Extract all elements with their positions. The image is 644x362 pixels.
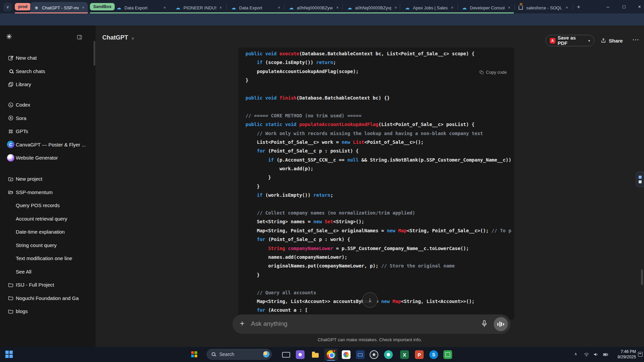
- tab-close-icon[interactable]: ×: [449, 5, 455, 10]
- new-tab-button[interactable]: +: [574, 3, 583, 11]
- taskbar-purple-app-icon[interactable]: [293, 349, 307, 361]
- code-line: public void execute(Database.BatchableCo…: [246, 49, 511, 58]
- sidebar-item-website-generator[interactable]: Website Generator: [3, 152, 92, 164]
- taskbar-search[interactable]: Search: [207, 349, 272, 360]
- colorful-grid-icon[interactable]: [191, 351, 197, 357]
- mic-icon[interactable]: [481, 320, 488, 329]
- attach-plus-icon[interactable]: +: [238, 319, 246, 328]
- sidebar-folder-item[interactable]: ISIJ - Full Project: [3, 279, 92, 291]
- taskbar-photos-icon[interactable]: [339, 349, 353, 361]
- sidebar-chat-item[interactable]: Account retrieval query: [3, 213, 92, 225]
- taskbar-teal-cam-icon[interactable]: [382, 349, 395, 361]
- browser-tab[interactable]: ☁Data Export×: [227, 2, 284, 13]
- code-line: for (Point_of_Sale__c p : posList) {: [246, 146, 511, 155]
- main-scrollbar[interactable]: [641, 269, 643, 285]
- action-center-icon[interactable]: [638, 352, 643, 357]
- sidebar-item-new-chat[interactable]: New chat: [3, 52, 92, 64]
- sidebar-chat-item[interactable]: Date-time explanation: [3, 226, 92, 238]
- taskbar-obs-icon[interactable]: [367, 349, 381, 361]
- copy-icon: [479, 70, 484, 75]
- share-button[interactable]: Share: [600, 35, 623, 46]
- sidebar-folder-item[interactable]: Noguchi Foundation and Ga: [3, 292, 92, 304]
- sidebar-item-label: ISIJ - Full Project: [16, 282, 92, 288]
- start-button-icon[interactable]: [5, 351, 13, 358]
- browser-tab[interactable]: ☁Developer Console×: [458, 2, 514, 13]
- browser-tab[interactable]: ✳ChatGPT - SSP-mo×: [30, 2, 88, 13]
- sidebar-item-label: Noguchi Foundation and Ga: [16, 295, 92, 301]
- sidebar-chat-item[interactable]: Query POS records: [3, 199, 92, 212]
- tray-chevron-up-icon[interactable]: ∧: [574, 352, 577, 356]
- window-minimize-button[interactable]: –: [600, 0, 615, 13]
- taskbar-chrome-icon[interactable]: [324, 349, 338, 361]
- code-line: [246, 102, 511, 111]
- sidebar-item-library[interactable]: Library: [3, 78, 92, 90]
- browser-tab[interactable]: ☁a0hNq00000BZyvp×: [343, 2, 400, 13]
- tab-close-icon[interactable]: ×: [506, 5, 512, 10]
- tab-group-sandbox[interactable]: SandBox: [90, 3, 115, 10]
- page-title[interactable]: ChatGPT: [102, 34, 128, 41]
- tab-close-icon[interactable]: ×: [564, 5, 570, 10]
- search-highlight-thumbnail[interactable]: [263, 351, 270, 358]
- save-as-pdf-button[interactable]: A Save as PDF ▾: [545, 35, 594, 46]
- sidebar-item-sora[interactable]: Sora: [3, 112, 92, 124]
- battery-icon[interactable]: [602, 352, 609, 359]
- sidebar-collapse-icon[interactable]: [76, 34, 83, 42]
- tab-close-icon[interactable]: ×: [162, 5, 167, 10]
- tab-group-prod[interactable]: prod: [15, 3, 31, 10]
- chatgpt-main: ChatGPT ∨ A Save as PDF ▾ Share ⋯ public…: [96, 25, 644, 347]
- sidebar-item-gpts[interactable]: GPTs: [3, 125, 92, 137]
- sidebar-item-codex[interactable]: Codex: [3, 99, 92, 111]
- sidebar-chat-item[interactable]: See All: [3, 265, 92, 278]
- sidebar-chat-item[interactable]: String count query: [3, 239, 92, 251]
- edge-floating-widget[interactable]: [636, 172, 644, 187]
- windows-taskbar: Search XPS ∧ 7:46 PM 8/29/2025: [0, 347, 644, 362]
- volume-icon[interactable]: [593, 352, 599, 359]
- disclaimer-text: ChatGPT can make mistakes. Check importa…: [96, 337, 644, 342]
- tab-close-icon[interactable]: ×: [80, 5, 86, 10]
- wifi-icon[interactable]: [584, 352, 589, 359]
- taskbar-clock[interactable]: 7:46 PM 8/29/2025: [618, 349, 636, 360]
- composer[interactable]: + Ask anything: [232, 314, 511, 334]
- browser-tab[interactable]: ☁Data Export×: [113, 2, 169, 13]
- taskbar-monitor-icon[interactable]: [279, 349, 293, 361]
- scroll-to-bottom-button[interactable]: ↓: [362, 292, 378, 308]
- taskbar-mail-blue-icon[interactable]: [354, 349, 367, 361]
- conversation-menu-icon[interactable]: ⋯: [632, 36, 639, 44]
- tab-close-icon[interactable]: ×: [335, 5, 340, 10]
- sidebar-scrollbar[interactable]: [94, 41, 95, 66]
- window-maximize-button[interactable]: □: [616, 0, 632, 13]
- voice-mode-button[interactable]: [494, 317, 508, 331]
- salesforce-favicon: ☁: [462, 5, 467, 11]
- sidebar-item-label: New chat: [16, 55, 92, 61]
- browser-tab[interactable]: salesforce - SOQL×: [515, 2, 572, 13]
- sidebar-folder-item[interactable]: blogs: [3, 305, 92, 317]
- folder-open-icon: [6, 189, 16, 195]
- sidebar-item-new-project[interactable]: New project: [3, 173, 92, 185]
- taskbar-sheets-icon[interactable]: [441, 349, 454, 361]
- composer-placeholder[interactable]: Ask anything: [251, 320, 287, 327]
- browser-tab[interactable]: ☁PIONEER INDUSTR×: [172, 2, 225, 13]
- taskbar-excel-icon[interactable]: X: [398, 349, 411, 361]
- sidebar-item-canvagpt-poster-flyer-[interactable]: CCanvaGPT — Poster & Flyer ...: [3, 138, 92, 151]
- tab-close-icon[interactable]: ×: [276, 5, 282, 10]
- search-placeholder: Search: [219, 352, 234, 357]
- tab-list-chevron-icon[interactable]: ∨: [3, 3, 12, 11]
- copy-code-button[interactable]: Copy code: [479, 70, 507, 75]
- salesforce-favicon: ☁: [116, 5, 122, 11]
- tab-title: Data Export: [239, 5, 275, 10]
- sidebar-item-search-chats[interactable]: Search chats: [3, 65, 92, 77]
- sidebar-chat-item[interactable]: Text modification one line: [3, 252, 92, 264]
- taskbar-powerpoint-icon[interactable]: P: [413, 349, 426, 361]
- taskbar-skype-icon[interactable]: S: [427, 349, 440, 361]
- browser-tab[interactable]: ☁Apex Jobs | Salesfo×: [401, 2, 457, 13]
- window-close-button[interactable]: ×: [632, 0, 644, 13]
- code-line: }: [246, 76, 511, 84]
- openai-logo-icon[interactable]: ✳: [6, 33, 12, 41]
- sidebar-item-label: New project: [16, 176, 92, 182]
- sidebar-item-ssp-momentum[interactable]: SSP-momentum: [3, 186, 92, 198]
- browser-tab[interactable]: ☁a0hNq00000BZyw1×: [285, 2, 342, 13]
- sidebar-item-label: Text modification one line: [16, 255, 92, 261]
- taskbar-file-explorer-icon[interactable]: [309, 349, 322, 361]
- tab-close-icon[interactable]: ×: [218, 5, 223, 10]
- tab-close-icon[interactable]: ×: [393, 5, 398, 10]
